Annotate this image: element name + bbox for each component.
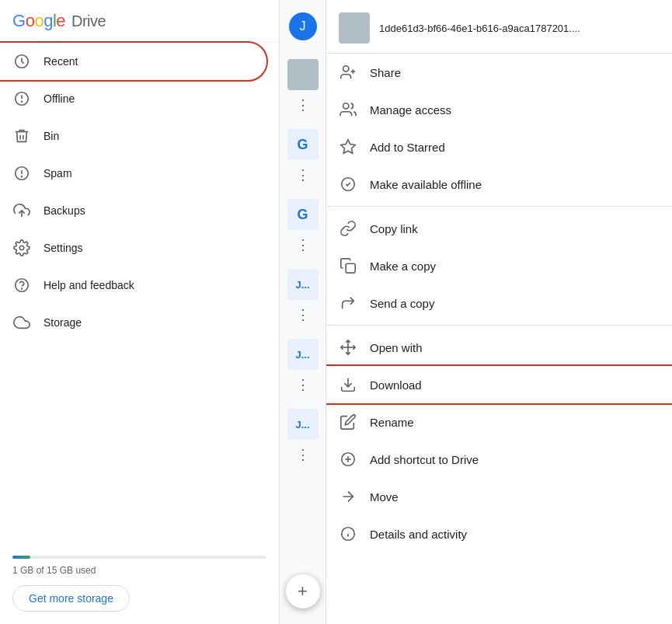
star-icon (339, 138, 357, 156)
sidebar-item-label-spam: Spam (44, 167, 72, 180)
menu-item-move[interactable]: Move (326, 478, 672, 515)
svg-point-10 (22, 288, 23, 289)
file-letter-badge: G (287, 129, 319, 160)
google-logo: Google Drive (12, 11, 106, 31)
menu-item-download[interactable]: Download (326, 366, 672, 403)
link-icon (339, 219, 357, 238)
list-item: ⋮ (280, 53, 326, 123)
download-icon (339, 375, 357, 394)
menu-item-label-open-with: Open with (370, 341, 423, 354)
list-item: J... ⋮ (280, 403, 326, 472)
menu-item-label-manage-access: Manage access (370, 103, 451, 117)
send-icon (339, 294, 357, 312)
storage-section: 1 GB of 15 GB used Get more storage (0, 543, 279, 624)
fab-button[interactable]: + (286, 574, 320, 608)
open-with-icon (339, 338, 357, 357)
sidebar-item-bin[interactable]: Bin (0, 117, 266, 155)
get-more-storage-button[interactable]: Get more storage (12, 585, 130, 612)
sidebar-item-label-storage: Storage (44, 316, 82, 329)
file-letter-badge: J... (287, 409, 319, 440)
offline-circle-icon (12, 89, 31, 108)
menu-divider (326, 325, 672, 326)
svg-marker-15 (341, 140, 355, 153)
person-add-icon (339, 63, 357, 82)
app-header: Google Drive (0, 0, 279, 43)
sidebar-item-offline[interactable]: Offline (0, 80, 266, 117)
sidebar-item-backups[interactable]: Backups (0, 192, 266, 229)
more-options-icon[interactable]: ⋮ (293, 443, 313, 466)
more-options-icon[interactable]: ⋮ (293, 163, 313, 187)
svg-point-3 (22, 101, 23, 102)
more-options-icon[interactable]: ⋮ (293, 303, 313, 326)
storage-bar-fill (12, 556, 30, 559)
cloud-icon (12, 313, 31, 332)
menu-item-open-with[interactable]: Open with (326, 329, 672, 366)
more-options-icon[interactable]: ⋮ (293, 233, 313, 256)
svg-rect-17 (346, 263, 355, 273)
move-icon (339, 487, 357, 506)
sidebar-item-recent[interactable]: Recent (0, 43, 266, 80)
copy-icon (339, 256, 357, 275)
menu-item-label-copy-link: Copy link (370, 222, 418, 235)
file-letter-badge: J... (287, 269, 319, 300)
people-icon (339, 100, 357, 119)
list-item: G ⋮ (280, 193, 326, 263)
menu-item-label-starred: Add to Starred (370, 141, 445, 154)
pencil-icon (339, 413, 357, 431)
menu-item-label-share: Share (370, 66, 401, 79)
menu-item-label-shortcut: Add shortcut to Drive (370, 453, 479, 466)
offline-pin-icon (339, 175, 357, 193)
menu-item-rename[interactable]: Rename (326, 403, 672, 441)
sidebar-item-label-recent: Recent (44, 55, 78, 68)
file-thumbnail (339, 12, 370, 44)
list-item: J... ⋮ (280, 263, 326, 333)
svg-point-11 (343, 66, 349, 71)
menu-header: 1dde61d3-bf66-46e1-b616-a9aca1787201.... (326, 0, 672, 54)
info-icon (339, 525, 357, 543)
svg-point-14 (343, 103, 349, 109)
menu-item-label-download: Download (370, 378, 422, 392)
menu-item-label-move: Move (370, 490, 399, 504)
menu-item-add-shortcut[interactable]: Add shortcut to Drive (326, 441, 672, 478)
avatar[interactable]: J (289, 12, 317, 40)
svg-point-8 (19, 246, 24, 250)
menu-item-label-rename: Rename (370, 416, 414, 429)
list-item: G ⋮ (280, 123, 326, 193)
app-name: Drive (71, 12, 106, 30)
sidebar-item-help[interactable]: Help and feedback (0, 267, 266, 304)
menu-item-share[interactable]: Share (326, 54, 672, 91)
menu-item-manage-access[interactable]: Manage access (326, 91, 672, 128)
alert-circle-icon (12, 164, 31, 183)
context-menu: 1dde61d3-bf66-46e1-b616-a9aca1787201....… (326, 0, 672, 624)
sidebar-item-label-bin: Bin (44, 130, 59, 142)
sidebar-item-settings[interactable]: Settings (0, 229, 266, 267)
menu-item-copy-link[interactable]: Copy link (326, 210, 672, 247)
more-options-icon[interactable]: ⋮ (293, 373, 313, 396)
menu-divider (326, 206, 672, 207)
storage-text: 1 GB of 15 GB used (12, 565, 266, 576)
menu-item-add-starred[interactable]: Add to Starred (326, 128, 672, 166)
menu-item-send-copy[interactable]: Send a copy (326, 284, 672, 322)
menu-item-label-offline: Make available offline (370, 178, 482, 191)
file-list-column: J ⋮ G ⋮ G ⋮ J... ⋮ J... ⋮ J... ⋮ + (280, 0, 326, 624)
menu-item-details[interactable]: Details and activity (326, 515, 672, 553)
sidebar-item-label-settings: Settings (44, 242, 83, 254)
file-thumbnail (287, 59, 319, 90)
cloud-upload-icon (12, 201, 31, 220)
menu-item-label-make-copy: Make a copy (370, 260, 436, 273)
sidebar: Google Drive Recent Offline Bin Spam Bac… (0, 0, 280, 624)
sidebar-item-spam[interactable]: Spam (0, 155, 266, 192)
sidebar-item-storage[interactable]: Storage (0, 304, 266, 341)
menu-item-make-copy[interactable]: Make a copy (326, 247, 672, 284)
gear-icon (12, 239, 31, 257)
file-letter-badge: J... (287, 339, 319, 370)
trash-icon (12, 127, 31, 145)
more-options-icon[interactable]: ⋮ (293, 93, 313, 117)
list-item: J... ⋮ (280, 333, 326, 403)
menu-item-make-offline[interactable]: Make available offline (326, 166, 672, 203)
help-circle-icon (12, 276, 31, 295)
menu-item-label-send-copy: Send a copy (370, 297, 434, 310)
shortcut-icon (339, 450, 357, 469)
menu-item-label-details: Details and activity (370, 528, 467, 541)
sidebar-item-label-help: Help and feedback (44, 279, 134, 291)
